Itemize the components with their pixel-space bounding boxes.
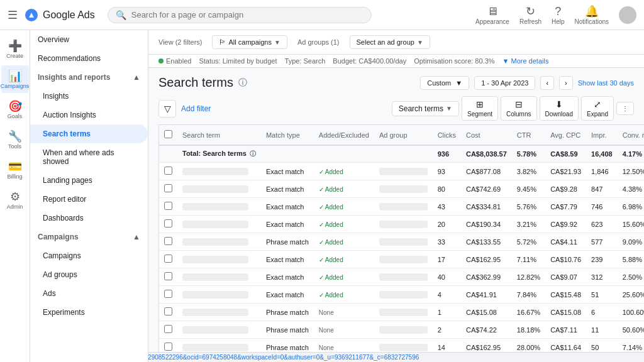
goals-icon: 🎯 (8, 99, 22, 113)
hamburger-menu[interactable]: ☰ (8, 8, 18, 22)
create-icon: ➕ (8, 39, 22, 53)
show-last-30[interactable]: Show last 30 days (578, 79, 634, 87)
segment-button[interactable]: ⊞ Segment (462, 96, 498, 121)
columns-icon: ⊟ (515, 99, 523, 109)
cell-impr: 1,846 (586, 163, 618, 180)
sidebar-item-overview[interactable]: Overview (30, 30, 148, 49)
sidebar-item-ads[interactable]: Ads (30, 284, 148, 303)
total-conv-rate: 4.17% (618, 145, 644, 163)
sidebar-icon-create[interactable]: ➕ Create (1, 35, 29, 63)
table-row: Exact match ✓ Added 80 CA$742.69 9.45% C… (159, 180, 645, 198)
sidebar-icon-admin[interactable]: ⚙ Admin (1, 186, 29, 214)
sidebar-item-campaigns[interactable]: Campaigns (30, 246, 148, 265)
sidebar-item-landing-pages[interactable]: Landing pages (30, 171, 148, 190)
search-input[interactable] (131, 10, 364, 19)
cell-added-excluded: ✓ Added (314, 286, 374, 304)
user-avatar[interactable] (619, 6, 636, 24)
sidebar-icon-tools[interactable]: 🔧 Tools (1, 126, 29, 153)
row-checkbox[interactable] (164, 237, 172, 245)
select-all-checkbox[interactable] (164, 130, 172, 138)
date-value-btn[interactable]: 1 - 30 Apr 2023 (474, 76, 535, 90)
notifications-button[interactable]: 🔔 Notifications (575, 4, 609, 25)
cell-clicks: 33 (433, 233, 461, 251)
select-ad-group-filter[interactable]: Select an ad group ▼ (350, 35, 430, 49)
row-checkbox[interactable] (164, 219, 172, 228)
cell-ad-group (374, 180, 433, 198)
table-row: Exact match ✓ Added 93 CA$877.08 3.82% C… (159, 163, 645, 180)
cell-ad-group (374, 268, 433, 286)
status-type: Type: Search (285, 57, 326, 65)
cell-match-type: Exact match (261, 198, 314, 216)
sidebar-item-ad-groups[interactable]: Ad groups (30, 265, 148, 284)
sidebar-icon-campaigns[interactable]: 📊 Campaigns (1, 65, 29, 93)
all-campaigns-filter[interactable]: 🏳 All campaigns ▼ (212, 35, 287, 49)
col-impr[interactable]: Impr. (586, 125, 618, 146)
cell-ad-group (374, 304, 433, 321)
date-range-selector[interactable]: Custom ▼ (420, 76, 469, 90)
cell-cost: CA$334.81 (461, 198, 512, 216)
col-added-excluded[interactable]: Added/Excluded (314, 125, 374, 146)
more-details-link[interactable]: ▼ More details (502, 57, 549, 65)
filter-icon-button[interactable]: ▽ (158, 100, 176, 118)
row-checkbox[interactable] (164, 272, 172, 280)
cell-match-type: Exact match (261, 268, 314, 286)
row-checkbox[interactable] (164, 343, 172, 351)
cell-impr: 746 (586, 198, 618, 216)
col-match-type[interactable]: Match type (261, 125, 314, 146)
cell-cost: CA$742.69 (461, 180, 512, 198)
col-avg-cpc[interactable]: Avg. CPC (545, 125, 586, 146)
col-conv-rate[interactable]: Conv. rate (618, 125, 644, 146)
total-avg-cpc: CA$8.59 (545, 145, 586, 163)
add-filter-button[interactable]: Add filter (181, 104, 211, 113)
row-checkbox[interactable] (164, 202, 172, 210)
refresh-button[interactable]: ↻ Refresh (519, 4, 541, 25)
page-title-info-icon[interactable]: ⓘ (238, 77, 247, 89)
total-ctr: 5.78% (512, 145, 545, 163)
sidebar-item-report-editor[interactable]: Report editor (30, 190, 148, 209)
sidebar-section-insights[interactable]: Insights and reports ▲ (30, 68, 148, 87)
sidebar-icons: ➕ Create 📊 Campaigns 🎯 Goals 🔧 Tools 💳 B… (0, 30, 30, 362)
columns-button[interactable]: ⊟ Columns (501, 96, 536, 121)
row-checkbox[interactable] (164, 167, 172, 175)
col-ad-group[interactable]: Ad group (374, 125, 433, 146)
row-checkbox[interactable] (164, 307, 172, 315)
ad-groups-label: Ad groups (1) (297, 38, 340, 46)
download-button[interactable]: ⬇ Download (540, 96, 579, 121)
cell-impr: 623 (586, 216, 618, 233)
sidebar-item-recommendations[interactable]: Recommendations (30, 49, 148, 68)
row-checkbox[interactable] (164, 184, 172, 192)
more-options-button[interactable]: ⋮ (616, 102, 634, 115)
search-terms-view-dropdown[interactable]: Search terms ▼ (392, 101, 459, 116)
sidebar-item-insights[interactable]: Insights (30, 87, 148, 106)
appearance-label: Appearance (475, 18, 509, 25)
segment-label: Segment (467, 111, 492, 118)
cell-added-excluded: ✓ Added (314, 233, 374, 251)
sidebar-item-dashboards[interactable]: Dashboards (30, 209, 148, 228)
col-cost[interactable]: Cost (461, 125, 512, 146)
date-prev-arrow[interactable]: ‹ (540, 76, 554, 90)
download-label: Download (545, 111, 573, 118)
col-clicks[interactable]: Clicks (433, 125, 461, 146)
sidebar-item-search-terms[interactable]: Search terms (30, 124, 148, 143)
search-bar[interactable]: 🔍 (108, 7, 372, 23)
expand-button[interactable]: ⤢ Expand (581, 96, 614, 121)
sidebar-icon-goals[interactable]: 🎯 Goals (1, 96, 29, 123)
cell-search-term (177, 321, 261, 339)
col-ctr[interactable]: CTR (512, 125, 545, 146)
sidebar-icon-billing[interactable]: 💳 Billing (1, 156, 29, 184)
row-checkbox[interactable] (164, 290, 172, 298)
col-search-term[interactable]: Search term (177, 125, 261, 146)
date-next-arrow[interactable]: › (559, 76, 573, 90)
row-checkbox[interactable] (164, 325, 172, 333)
expand-icon: ⤢ (594, 99, 601, 109)
appearance-button[interactable]: 🖥 Appearance (475, 5, 509, 25)
help-button[interactable]: ? Help (552, 5, 565, 25)
cell-avg-cpc: CA$4.11 (545, 233, 586, 251)
sidebar-item-experiments[interactable]: Experiments (30, 303, 148, 322)
enabled-status: Enabled (158, 57, 191, 65)
sidebar-section-campaigns[interactable]: Campaigns ▲ (30, 228, 148, 246)
sidebar-item-auction-insights[interactable]: Auction Insights (30, 106, 148, 124)
sidebar-item-when-where-ads[interactable]: When and where ads showed (30, 143, 148, 171)
cell-search-term (177, 286, 261, 304)
row-checkbox[interactable] (164, 255, 172, 263)
